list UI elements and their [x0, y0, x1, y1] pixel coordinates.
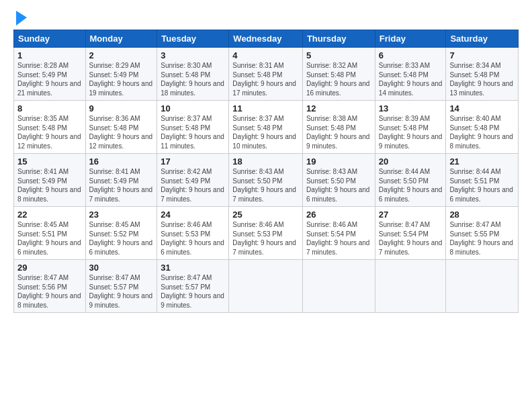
day-info: Sunrise: 8:36 AMSunset: 5:48 PMDaylight:… — [89, 114, 154, 150]
day-info: Sunrise: 8:47 AMSunset: 5:55 PMDaylight:… — [449, 220, 515, 257]
calendar-cell: 27Sunrise: 8:47 AMSunset: 5:54 PMDayligh… — [375, 207, 446, 260]
calendar-header-tuesday: Tuesday — [157, 30, 229, 48]
calendar-cell: 18Sunrise: 8:43 AMSunset: 5:50 PMDayligh… — [229, 154, 303, 207]
calendar-cell: 22Sunrise: 8:45 AMSunset: 5:51 PMDayligh… — [14, 207, 86, 260]
day-info: Sunrise: 8:40 AMSunset: 5:48 PMDaylight:… — [449, 114, 515, 150]
day-number: 26 — [306, 210, 371, 220]
logo-flag-icon — [15, 11, 27, 26]
day-info: Sunrise: 8:47 AMSunset: 5:57 PMDaylight:… — [89, 273, 154, 310]
day-info: Sunrise: 8:37 AMSunset: 5:48 PMDaylight:… — [161, 114, 225, 150]
day-info: Sunrise: 8:44 AMSunset: 5:50 PMDaylight:… — [379, 167, 443, 203]
svg-marker-0 — [16, 11, 27, 26]
calendar-cell: 20Sunrise: 8:44 AMSunset: 5:50 PMDayligh… — [375, 154, 446, 207]
calendar-cell: 9Sunrise: 8:36 AMSunset: 5:48 PMDaylight… — [85, 101, 157, 154]
calendar-cell — [229, 260, 303, 313]
day-number: 2 — [89, 50, 154, 60]
calendar-cell: 23Sunrise: 8:45 AMSunset: 5:52 PMDayligh… — [85, 207, 157, 260]
calendar-cell: 24Sunrise: 8:46 AMSunset: 5:53 PMDayligh… — [157, 207, 229, 260]
day-info: Sunrise: 8:32 AMSunset: 5:48 PMDaylight:… — [306, 61, 371, 97]
day-info: Sunrise: 8:43 AMSunset: 5:50 PMDaylight:… — [232, 167, 299, 203]
day-number: 23 — [89, 210, 154, 220]
calendar-cell: 25Sunrise: 8:46 AMSunset: 5:53 PMDayligh… — [229, 207, 303, 260]
day-number: 17 — [161, 156, 225, 167]
day-number: 28 — [449, 210, 515, 220]
day-info: Sunrise: 8:47 AMSunset: 5:54 PMDaylight:… — [379, 220, 443, 257]
calendar-header-saturday: Saturday — [446, 30, 519, 48]
day-number: 30 — [89, 263, 154, 273]
day-number: 14 — [449, 103, 515, 113]
day-info: Sunrise: 8:37 AMSunset: 5:48 PMDaylight:… — [232, 114, 299, 150]
day-number: 18 — [232, 156, 299, 167]
day-info: Sunrise: 8:31 AMSunset: 5:48 PMDaylight:… — [232, 61, 299, 97]
calendar-cell: 15Sunrise: 8:41 AMSunset: 5:49 PMDayligh… — [14, 154, 86, 207]
day-number: 4 — [232, 50, 299, 60]
calendar-header-friday: Friday — [375, 30, 446, 48]
calendar-cell: 7Sunrise: 8:34 AMSunset: 5:48 PMDaylight… — [446, 48, 519, 101]
day-info: Sunrise: 8:46 AMSunset: 5:53 PMDaylight:… — [161, 220, 225, 257]
day-number: 8 — [17, 103, 82, 113]
calendar-cell: 3Sunrise: 8:30 AMSunset: 5:48 PMDaylight… — [157, 48, 229, 101]
calendar-cell: 31Sunrise: 8:47 AMSunset: 5:57 PMDayligh… — [157, 260, 229, 313]
day-number: 13 — [379, 103, 443, 113]
calendar-cell: 10Sunrise: 8:37 AMSunset: 5:48 PMDayligh… — [157, 101, 229, 154]
day-number: 27 — [379, 210, 443, 220]
day-number: 9 — [89, 103, 154, 113]
calendar-week-row: 22Sunrise: 8:45 AMSunset: 5:51 PMDayligh… — [14, 207, 519, 260]
day-number: 3 — [161, 50, 225, 60]
calendar-cell: 4Sunrise: 8:31 AMSunset: 5:48 PMDaylight… — [229, 48, 303, 101]
calendar-header-monday: Monday — [85, 30, 157, 48]
calendar-cell: 19Sunrise: 8:43 AMSunset: 5:50 PMDayligh… — [302, 154, 375, 207]
calendar-cell: 17Sunrise: 8:42 AMSunset: 5:49 PMDayligh… — [157, 154, 229, 207]
day-info: Sunrise: 8:47 AMSunset: 5:57 PMDaylight:… — [161, 273, 225, 310]
day-number: 21 — [449, 156, 515, 167]
day-number: 1 — [17, 50, 82, 60]
calendar-cell: 28Sunrise: 8:47 AMSunset: 5:55 PMDayligh… — [446, 207, 519, 260]
day-number: 7 — [449, 50, 515, 60]
day-info: Sunrise: 8:41 AMSunset: 5:49 PMDaylight:… — [17, 167, 82, 203]
calendar-cell: 1Sunrise: 8:28 AMSunset: 5:49 PMDaylight… — [14, 48, 86, 101]
calendar-cell — [446, 260, 519, 313]
page: SundayMondayTuesdayWednesdayThursdayFrid… — [0, 0, 532, 320]
day-info: Sunrise: 8:33 AMSunset: 5:48 PMDaylight:… — [379, 61, 443, 97]
day-info: Sunrise: 8:38 AMSunset: 5:48 PMDaylight:… — [306, 114, 371, 150]
day-number: 11 — [232, 103, 299, 113]
calendar-cell — [375, 260, 446, 313]
calendar-week-row: 1Sunrise: 8:28 AMSunset: 5:49 PMDaylight… — [14, 48, 519, 101]
day-number: 5 — [306, 50, 371, 60]
calendar-header-row: SundayMondayTuesdayWednesdayThursdayFrid… — [14, 30, 519, 48]
day-info: Sunrise: 8:47 AMSunset: 5:56 PMDaylight:… — [17, 273, 82, 310]
calendar-cell: 5Sunrise: 8:32 AMSunset: 5:48 PMDaylight… — [302, 48, 375, 101]
day-number: 24 — [161, 210, 225, 220]
day-info: Sunrise: 8:46 AMSunset: 5:53 PMDaylight:… — [232, 220, 299, 257]
logo — [13, 11, 27, 26]
calendar-cell: 14Sunrise: 8:40 AMSunset: 5:48 PMDayligh… — [446, 101, 519, 154]
calendar-cell: 30Sunrise: 8:47 AMSunset: 5:57 PMDayligh… — [85, 260, 157, 313]
day-info: Sunrise: 8:39 AMSunset: 5:48 PMDaylight:… — [379, 114, 443, 150]
day-info: Sunrise: 8:29 AMSunset: 5:49 PMDaylight:… — [89, 61, 154, 97]
day-info: Sunrise: 8:28 AMSunset: 5:49 PMDaylight:… — [17, 61, 82, 97]
calendar-week-row: 29Sunrise: 8:47 AMSunset: 5:56 PMDayligh… — [14, 260, 519, 313]
day-info: Sunrise: 8:45 AMSunset: 5:52 PMDaylight:… — [89, 220, 154, 257]
day-info: Sunrise: 8:45 AMSunset: 5:51 PMDaylight:… — [17, 220, 82, 257]
calendar-cell: 26Sunrise: 8:46 AMSunset: 5:54 PMDayligh… — [302, 207, 375, 260]
day-number: 16 — [89, 156, 154, 167]
day-info: Sunrise: 8:43 AMSunset: 5:50 PMDaylight:… — [306, 167, 371, 203]
calendar-cell: 8Sunrise: 8:35 AMSunset: 5:48 PMDaylight… — [14, 101, 86, 154]
calendar-header-thursday: Thursday — [302, 30, 375, 48]
day-number: 6 — [379, 50, 443, 60]
calendar-week-row: 15Sunrise: 8:41 AMSunset: 5:49 PMDayligh… — [14, 154, 519, 207]
day-number: 25 — [232, 210, 299, 220]
calendar-header-wednesday: Wednesday — [229, 30, 303, 48]
calendar-header-sunday: Sunday — [14, 30, 86, 48]
day-info: Sunrise: 8:35 AMSunset: 5:48 PMDaylight:… — [17, 114, 82, 150]
day-number: 19 — [306, 156, 371, 167]
day-info: Sunrise: 8:44 AMSunset: 5:51 PMDaylight:… — [449, 167, 515, 203]
calendar-cell: 6Sunrise: 8:33 AMSunset: 5:48 PMDaylight… — [375, 48, 446, 101]
day-number: 31 — [161, 263, 225, 273]
day-info: Sunrise: 8:30 AMSunset: 5:48 PMDaylight:… — [161, 61, 225, 97]
calendar-cell: 16Sunrise: 8:41 AMSunset: 5:49 PMDayligh… — [85, 154, 157, 207]
day-info: Sunrise: 8:41 AMSunset: 5:49 PMDaylight:… — [89, 167, 154, 203]
day-info: Sunrise: 8:34 AMSunset: 5:48 PMDaylight:… — [449, 61, 515, 97]
day-number: 15 — [17, 156, 82, 167]
day-info: Sunrise: 8:46 AMSunset: 5:54 PMDaylight:… — [306, 220, 371, 257]
